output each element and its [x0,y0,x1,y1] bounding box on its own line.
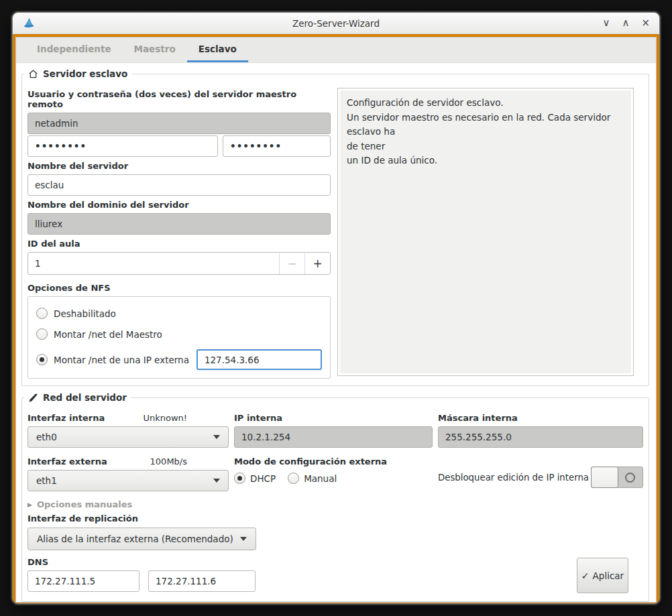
tab-maestro[interactable]: Maestro [123,38,187,62]
slave-server-group: Servidor esclavo Usuario y contraseña (d… [21,74,649,386]
chevron-down-icon [213,479,220,483]
maximize-button[interactable]: ∧ [622,18,629,28]
classroom-id-field[interactable] [28,253,279,274]
server-network-group: Red del servidor Interfaz interna Unknow… [21,397,649,602]
spin-decrement-button[interactable]: − [279,253,304,274]
home-icon [28,69,38,79]
classroom-id-spinner: − + [27,252,331,275]
close-button[interactable]: × [641,18,650,28]
internal-ip-field[interactable] [234,426,433,448]
manual-options-expander[interactable]: ▶ Opciones manuales [27,499,643,509]
external-iface-label: Interfaz externa [27,456,107,467]
mode-option-manual[interactable]: Manual [288,473,337,484]
internal-iface-status: Unknown! [143,413,187,423]
radio-icon[interactable] [234,473,245,484]
internal-mask-label: Máscara interna [438,413,643,423]
mode-option-dhcp[interactable]: DHCP [234,473,276,484]
internal-iface-label: Interfaz interna [27,413,105,423]
external-mode-label: Modo de configuración externa [234,456,433,467]
window-title: Zero-Server-Wizard [13,18,659,29]
internal-mask-field[interactable] [438,426,643,448]
pen-icon [28,393,38,403]
password-confirm-field[interactable] [223,135,331,157]
form-area: Servidor esclavo Usuario y contraseña (d… [16,63,656,602]
username-field[interactable] [27,113,331,134]
bottom-bar: Salir [13,603,659,604]
radio-icon[interactable] [36,308,48,319]
nfs-option-mount-external[interactable]: Montar /net de una IP externa [36,349,322,370]
classroom-id-label: ID del aula [27,239,331,249]
radio-icon[interactable] [36,354,48,365]
apply-button[interactable]: ✓ Aplicar [577,558,628,593]
radio-icon[interactable] [288,473,299,484]
dns-primary-field[interactable] [27,570,139,592]
internal-ip-label: IP interna [234,413,433,423]
info-panel: Configuración de servidor esclavo. Un se… [337,88,634,376]
server-name-label: Nombre del servidor [27,161,331,171]
server-name-field[interactable] [27,174,331,196]
nfs-options-box: Deshabilitado Montar /net del Maestro Mo… [27,296,331,379]
chevron-right-icon: ▶ [27,501,32,508]
server-network-group-title: Red del servidor [24,392,131,403]
domain-name-label: Nombre del dominio del servidor [27,200,331,210]
tabstrip: Independiente Maestro Esclavo [16,38,656,63]
dns-label: DNS [27,557,643,567]
spin-increment-button[interactable]: + [304,253,330,274]
wizard-hat-icon [22,17,36,30]
user-password-label: Usuario y contraseña (dos veces) del ser… [27,89,331,109]
radio-icon[interactable] [36,328,48,340]
unlock-internal-ip-label: Desbloquear edición de IP interna [438,473,591,483]
nfs-option-disabled[interactable]: Deshabilitado [36,308,322,319]
switch-handle[interactable] [591,467,618,488]
external-ip-field[interactable] [197,349,322,370]
internal-iface-select[interactable]: eth0 [27,426,229,448]
minimize-button[interactable]: ∨ [602,18,610,28]
external-iface-select[interactable]: eth1 [27,470,229,491]
switch-off-ring-icon [625,473,635,483]
nfs-option-mount-master[interactable]: Montar /net del Maestro [36,328,322,340]
chevron-down-icon [213,435,220,439]
slave-server-group-title: Servidor esclavo [24,68,131,79]
replication-iface-select[interactable]: Alias de la interfaz externa (Recomendad… [27,528,256,550]
chevron-down-icon [240,537,247,541]
check-icon: ✓ [581,570,590,581]
external-iface-status: 100Mb/s [150,456,187,467]
replication-iface-label: Interfaz de replicación [27,513,643,523]
dns-secondary-field[interactable] [148,570,256,592]
unlock-internal-ip-switch[interactable] [591,467,643,488]
main-area: Independiente Maestro Esclavo Servidor e… [13,34,659,604]
password-field[interactable] [27,135,218,157]
titlebar: Zero-Server-Wizard ∨ ∧ × [13,13,659,34]
app-window: Zero-Server-Wizard ∨ ∧ × Independiente M… [12,12,660,604]
nfs-options-label: Opciones de NFS [27,283,331,293]
domain-name-field[interactable] [27,213,331,235]
info-text: Configuración de servidor esclavo. Un se… [340,90,631,373]
tab-independiente[interactable]: Independiente [25,38,123,62]
content-box: Independiente Maestro Esclavo Servidor e… [15,37,657,603]
tab-esclavo[interactable]: Esclavo [187,38,248,62]
